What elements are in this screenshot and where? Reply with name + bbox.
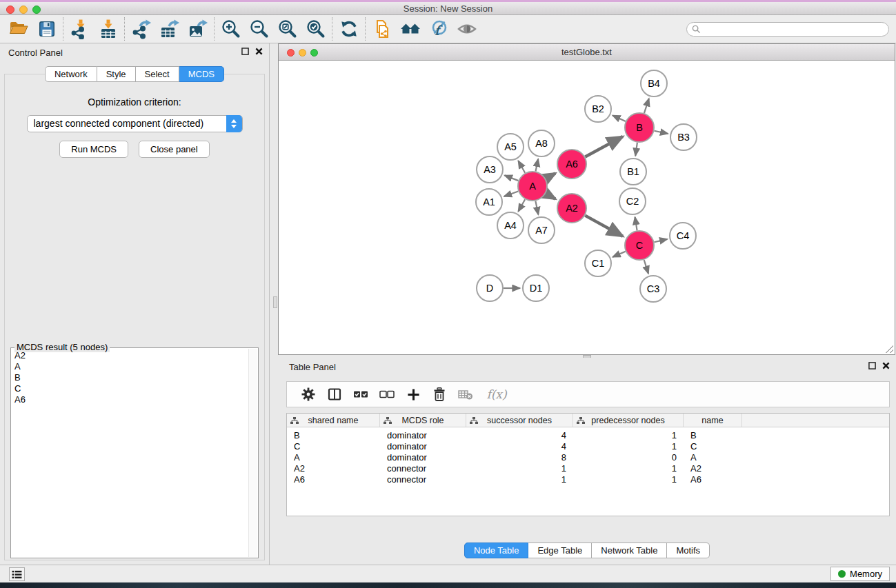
column-header-MCDS-role[interactable]: MCDS role [380,414,466,427]
graph-node-B4[interactable]: B4 [641,70,667,97]
table-row[interactable]: Cdominator41C [287,441,889,452]
graph-node-C2[interactable]: C2 [619,188,646,214]
tab-network[interactable]: Network [45,66,97,82]
export-table-icon[interactable] [155,16,183,42]
table-panel-title: Table Panel [289,362,336,372]
zoom-out-icon[interactable] [245,16,273,42]
tab-select[interactable]: Select [136,66,179,82]
graph-node-C1[interactable]: C1 [585,250,611,276]
mcds-result-item[interactable]: A6 [12,394,248,405]
add-column-icon[interactable] [404,385,422,403]
minimize-window-button[interactable] [19,6,28,14]
tab-node-table[interactable]: Node Table [464,543,529,558]
network-minimize-button[interactable] [299,49,306,57]
graph-node-C[interactable]: C [625,231,654,260]
network-maximize-button[interactable] [310,49,318,57]
delete-table-icon[interactable] [457,385,475,403]
graph-node-A1[interactable]: A1 [476,189,502,215]
float-table-panel-icon[interactable] [868,362,876,369]
memory-button[interactable]: Memory [830,567,890,581]
graph-node-D[interactable]: D [477,275,503,301]
function-builder-icon[interactable]: f(x) [483,385,510,403]
result-scrollbar[interactable] [248,349,257,557]
maximize-window-button[interactable] [32,6,41,14]
export-network-icon[interactable] [127,16,155,42]
graph-node-B2[interactable]: B2 [585,96,611,122]
tab-edge-table[interactable]: Edge Table [528,543,592,558]
graph-node-C3[interactable]: C3 [640,276,666,302]
table-panel: Table Panel [278,358,896,565]
import-table-icon[interactable] [94,16,122,42]
column-header-shared-name[interactable]: shared name [287,414,380,427]
zoom-fit-icon[interactable] [273,16,301,42]
mcds-panel: NetworkStyleSelectMCDS Optimization crit… [4,74,265,560]
table-row[interactable]: A6connector11A6 [287,474,889,485]
network-close-button[interactable] [287,49,295,57]
save-icon[interactable] [32,16,61,42]
tab-motifs[interactable]: Motifs [667,543,710,558]
table-cell: 1 [466,463,573,474]
graph-edge-A-A5 [518,161,525,173]
copy-network-view-icon[interactable] [368,16,396,42]
import-network-icon[interactable] [66,16,94,42]
tab-mcds[interactable]: MCDS [179,66,224,82]
table-row[interactable]: A2connector11A2 [287,463,889,474]
graph-node-B1[interactable]: B1 [620,159,646,185]
close-panel-button[interactable]: Close panel [139,141,210,158]
float-panel-icon[interactable] [241,48,249,55]
table-cell: 8 [466,452,573,463]
graph-node-A[interactable]: A [518,172,547,201]
close-table-panel-icon[interactable] [882,362,890,369]
zoom-selected-icon[interactable] [301,16,330,42]
mcds-result-item[interactable]: A [12,361,248,372]
optimization-criterion-dropdown[interactable]: largest connected component (directed) [27,115,243,132]
svg-text:B2: B2 [592,103,604,114]
refresh-icon[interactable] [335,16,363,42]
deselect-all-checkboxes-icon[interactable] [378,385,396,403]
open-file-icon[interactable] [4,16,32,42]
graph-node-A8[interactable]: A8 [528,130,555,156]
column-header-successor-nodes[interactable]: successor nodes [466,414,573,427]
run-mcds-button[interactable]: Run MCDS [59,141,128,158]
graph-node-A6[interactable]: A6 [557,150,586,179]
table-cell: dominator [380,430,466,441]
svg-text:B: B [636,122,643,133]
network-window-title: testGlobe.txt [279,44,895,60]
table-row[interactable]: Adominator80A [287,452,889,463]
zoom-in-icon[interactable] [217,16,245,42]
panel-split-handle[interactable] [273,296,277,308]
settings-gear-icon[interactable] [299,385,317,403]
graph-node-A7[interactable]: A7 [528,217,555,243]
network-canvas[interactable]: AA1A2A3A4A5A6A7A8BB1B2B3B4CC1C2C3C4DD1 [279,61,895,354]
close-panel-icon[interactable] [255,48,263,55]
task-history-button[interactable] [9,567,25,581]
show-columns-icon[interactable] [326,385,344,403]
graph-node-A5[interactable]: A5 [497,134,524,160]
export-image-icon[interactable] [183,16,212,42]
select-all-checkboxes-icon[interactable] [352,385,370,403]
search-field[interactable] [686,22,889,37]
search-input[interactable] [701,23,888,35]
table-cell: connector [380,463,466,474]
graph-node-A3[interactable]: A3 [477,156,503,183]
column-header-predecessor-nodes[interactable]: predecessor nodes [573,414,684,427]
graph-node-D1[interactable]: D1 [523,275,549,301]
home-layout-icon[interactable] [396,16,424,42]
mcds-result-item[interactable]: C [12,383,248,394]
graph-node-B[interactable]: B [625,113,654,142]
mcds-result-item[interactable]: B [12,372,248,383]
mcds-result-item[interactable]: A2 [12,350,248,361]
close-window-button[interactable] [6,6,14,14]
delete-column-trash-icon[interactable] [430,385,448,403]
toggle-function-icon[interactable]: f [424,16,452,42]
graph-node-A2[interactable]: A2 [557,194,586,223]
column-header-name[interactable]: name [684,414,742,427]
eye-icon[interactable] [452,16,481,42]
table-row[interactable]: Bdominator41B [287,430,889,441]
graph-node-B3[interactable]: B3 [670,124,697,150]
sort-hierarchy-icon [470,417,478,425]
tab-network-table[interactable]: Network Table [592,543,667,558]
tab-style[interactable]: Style [97,66,136,82]
graph-node-C4[interactable]: C4 [670,223,696,249]
graph-node-A4[interactable]: A4 [497,212,524,239]
